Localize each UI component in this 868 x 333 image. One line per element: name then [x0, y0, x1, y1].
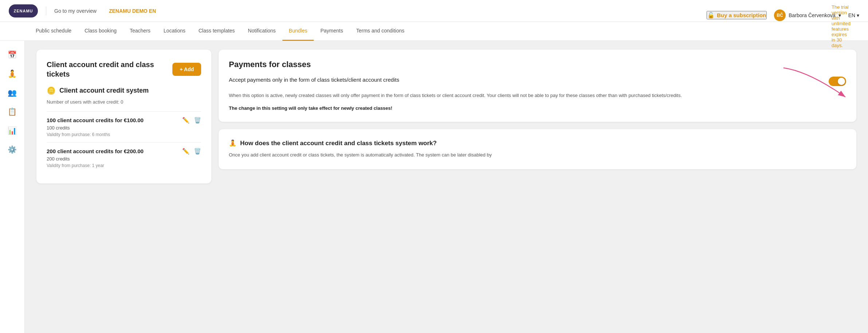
- left-card: Client account credit and class tickets …: [36, 50, 211, 183]
- credit-item-1-actions: ✏️ 🗑️: [182, 117, 201, 124]
- top-bar: ZENAMU Go to my overview ZENAMU DEMO EN …: [0, 0, 868, 22]
- credit-item-1-name: 100 client account credits for €100.00: [47, 117, 144, 123]
- validity-value-1: 6 months: [92, 132, 110, 137]
- validity-label-1: Validity from purchase:: [47, 132, 91, 137]
- nav-item-payments[interactable]: Payments: [314, 22, 349, 41]
- payment-description: When this option is active, newly create…: [229, 92, 846, 100]
- delete-icon-2[interactable]: 🗑️: [194, 148, 201, 155]
- demo-label: ZENAMU DEMO EN: [109, 8, 156, 14]
- edit-icon-2[interactable]: ✏️: [182, 148, 189, 155]
- logo-area: ZENAMU Go to my overview ZENAMU DEMO EN: [9, 4, 156, 18]
- credit-item-1-header: 100 client account credits for €100.00 ✏…: [47, 117, 201, 124]
- trial-notice: The trial version with unlimited feature…: [832, 4, 851, 48]
- lang-chevron-icon: ▾: [857, 12, 859, 18]
- credit-item-2: 200 client account credits for €200.00 ✏…: [47, 142, 201, 173]
- user-badge[interactable]: BČ Barbora Červenková ▾: [774, 9, 841, 21]
- nav-item-public-schedule[interactable]: Public schedule: [29, 22, 78, 41]
- sidebar-chart-icon[interactable]: 📊: [4, 123, 20, 139]
- nav-item-notifications[interactable]: Notifications: [241, 22, 282, 41]
- sidebar: 📅 🧘 👥 📋 📊 ⚙️: [0, 41, 25, 333]
- user-name: Barbora Červenková: [789, 12, 835, 18]
- credit-item-2-header: 200 client account credits for €200.00 ✏…: [47, 148, 201, 155]
- credit-item-1: 100 client account credits for €100.00 ✏…: [47, 111, 201, 142]
- payments-card: Payments for classes Accept payments onl…: [219, 50, 856, 122]
- how-title: 🧘 How does the client account credit and…: [229, 139, 846, 147]
- credit-item-2-name: 200 client account credits for €200.00: [47, 148, 144, 154]
- credit-item-2-credits: 200 credits: [47, 156, 201, 162]
- section-title: Client account credit system: [59, 87, 149, 94]
- lock-icon: 🔓: [707, 12, 715, 19]
- payment-warning: The change in this setting will only tak…: [229, 105, 846, 112]
- toggle-slider[interactable]: [829, 77, 846, 86]
- coins-icon: 🪙: [47, 86, 56, 95]
- sidebar-group-icon[interactable]: 👥: [4, 85, 20, 101]
- add-button[interactable]: + Add: [172, 63, 201, 76]
- payments-title: Payments for classes: [229, 60, 846, 69]
- avatar: BČ: [774, 9, 786, 21]
- credit-item-1-credits: 100 credits: [47, 125, 201, 131]
- active-credit-text: Number of users with active credit:: [47, 99, 119, 105]
- sidebar-person-icon[interactable]: 🧘: [4, 66, 20, 82]
- toggle-row: Accept payments only in the form of clas…: [229, 76, 846, 86]
- nav-item-terms[interactable]: Terms and conditions: [349, 22, 411, 41]
- main-content: Client account credit and class tickets …: [25, 41, 868, 333]
- toggle-label: Accept payments only in the form of clas…: [229, 76, 823, 84]
- nav-item-teachers[interactable]: Teachers: [123, 22, 157, 41]
- active-credit-label: Number of users with active credit: 0: [47, 99, 201, 105]
- nav-bar: Public schedule Class booking Teachers L…: [0, 22, 868, 41]
- credit-item-2-actions: ✏️ 🗑️: [182, 148, 201, 155]
- payments-toggle[interactable]: [829, 77, 846, 86]
- right-column: Payments for classes Accept payments onl…: [219, 50, 856, 169]
- cards-row: Client account credit and class tickets …: [36, 50, 856, 183]
- nav-item-class-booking[interactable]: Class booking: [78, 22, 123, 41]
- logo-divider: [46, 7, 46, 15]
- nav-item-locations[interactable]: Locations: [157, 22, 192, 41]
- section-heading: 🪙 Client account credit system: [47, 86, 201, 95]
- nav-item-bundles[interactable]: Bundles: [282, 22, 314, 41]
- how-title-text: How does the client account credit and c…: [240, 140, 437, 147]
- sidebar-settings-icon[interactable]: ⚙️: [4, 142, 20, 158]
- how-card: 🧘 How does the client account credit and…: [219, 129, 856, 169]
- credit-item-2-validity: Validity from purchase: 1 year: [47, 163, 201, 168]
- how-description: Once you add client account credit or cl…: [229, 151, 846, 159]
- credit-item-1-validity: Validity from purchase: 6 months: [47, 132, 201, 137]
- card-header: Client account credit and class tickets …: [47, 60, 201, 79]
- sidebar-notes-icon[interactable]: 📋: [4, 104, 20, 120]
- page-layout: 📅 🧘 👥 📋 📊 ⚙️ Client account credit and c…: [0, 41, 868, 333]
- logo[interactable]: ZENAMU: [9, 4, 38, 18]
- buy-subscription-label: Buy a subscription: [717, 12, 766, 18]
- go-to-overview-link[interactable]: Go to my overview: [54, 8, 97, 14]
- buy-subscription-button[interactable]: 🔓 Buy a subscription: [707, 11, 767, 19]
- arrow-annotation: [780, 64, 860, 108]
- edit-icon-1[interactable]: ✏️: [182, 117, 189, 124]
- active-credit-value: 0: [121, 99, 123, 105]
- how-icon: 🧘: [229, 139, 236, 147]
- sidebar-calendar-icon[interactable]: 📅: [4, 47, 20, 63]
- validity-label-2: Validity from purchase:: [47, 163, 91, 168]
- card-title: Client account credit and class tickets: [47, 60, 172, 79]
- validity-value-2: 1 year: [92, 163, 104, 168]
- nav-item-class-templates[interactable]: Class templates: [192, 22, 242, 41]
- delete-icon-1[interactable]: 🗑️: [194, 117, 201, 124]
